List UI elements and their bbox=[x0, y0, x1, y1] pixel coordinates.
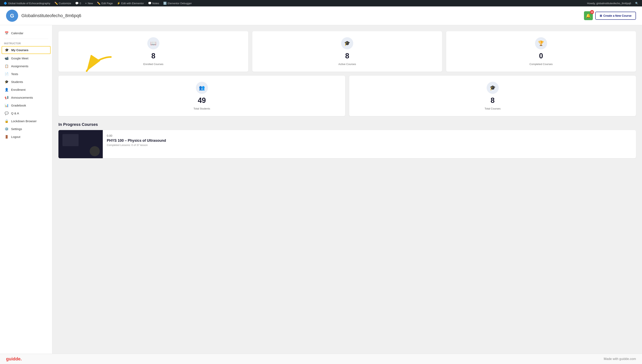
total-students-label: Total Students bbox=[193, 107, 210, 110]
total-students-icon: 👥 bbox=[199, 85, 205, 90]
course-info: 0.00 PHYS 100 – Physics of Ultrasound Co… bbox=[103, 130, 636, 158]
sidebar-item-settings[interactable]: ⚙️ Settings bbox=[0, 125, 52, 133]
sidebar-label-gradebook: Gradebook bbox=[11, 104, 26, 107]
completed-icon-circle: 🏆 bbox=[535, 37, 547, 49]
google-meet-icon: 📹 bbox=[5, 56, 9, 60]
sidebar-item-assignments[interactable]: 📋 Assignments bbox=[0, 62, 52, 70]
enrolled-number: 8 bbox=[151, 52, 155, 60]
in-progress-title: In Progress Courses bbox=[59, 122, 636, 127]
sidebar-label-enrollment: Enrollment bbox=[11, 88, 26, 92]
lockdown-browser-icon: 🔒 bbox=[5, 119, 9, 123]
enrolled-label: Enrolled Courses bbox=[143, 62, 163, 66]
sidebar-item-announcements[interactable]: 📢 Announcements bbox=[0, 94, 52, 102]
admin-bar-elementor[interactable]: ⚡ Edit with Elementor bbox=[115, 0, 146, 6]
course-subtitle: Completed Lessons: 0 of 37 lesson bbox=[107, 144, 632, 146]
sidebar-item-logout[interactable]: 🚪 Logout bbox=[0, 133, 52, 141]
sidebar-item-qa[interactable]: 💬 Q & A bbox=[0, 109, 52, 117]
completed-label: Completed Courses bbox=[530, 62, 553, 66]
debugger-icon: ℹ️ bbox=[163, 2, 167, 5]
sidebar-item-gradebook[interactable]: 📊 Gradebook bbox=[0, 102, 52, 109]
sidebar-label-lockdown-browser: Lockdown Browser bbox=[11, 120, 37, 123]
wp-icon: 🔷 bbox=[4, 2, 7, 5]
course-title: PHYS 100 – Physics of Ultrasound bbox=[107, 138, 632, 143]
total-courses-icon: 🎓 bbox=[490, 85, 496, 90]
guidde-logo: guidde. bbox=[6, 356, 22, 362]
edit-page-icon: ✏️ bbox=[97, 2, 100, 5]
notification-button[interactable]: 🔔 10 bbox=[584, 11, 593, 20]
admin-bar-comments[interactable]: 💬 0 bbox=[73, 0, 83, 6]
wp-admin-bar: 🔷 Global Institute of Echocardiography ✏… bbox=[0, 0, 642, 6]
header-left: G Globalinstituteofecho_8m6pq6 bbox=[6, 10, 81, 22]
customize-icon: ✏️ bbox=[54, 2, 58, 5]
calendar-icon: 📅 bbox=[5, 31, 9, 35]
header: G Globalinstituteofecho_8m6pq6 🔔 10 ⊞ Cr… bbox=[0, 6, 642, 25]
sidebar-item-enrollment[interactable]: 👤 Enrollment bbox=[0, 86, 52, 94]
logout-icon: 🚪 bbox=[5, 135, 9, 139]
sidebar-item-calendar[interactable]: 📅 Calendar bbox=[0, 29, 52, 37]
total-students-icon-circle: 👥 bbox=[196, 82, 208, 94]
sidebar-item-lockdown-browser[interactable]: 🔒 Lockdown Browser bbox=[0, 117, 52, 125]
announcements-icon: 📢 bbox=[5, 96, 9, 100]
stats-grid-bottom: 👥 49 Total Students 🎓 8 Total Courses bbox=[59, 76, 636, 116]
total-students-number: 49 bbox=[198, 96, 206, 105]
sidebar-label-settings: Settings bbox=[11, 127, 22, 131]
admin-bar-new[interactable]: + New bbox=[83, 0, 95, 6]
active-icon: 🎓 bbox=[344, 40, 350, 46]
stat-card-enrolled: 📖 8 Enrolled Courses bbox=[59, 31, 248, 72]
enrollment-icon: 👤 bbox=[5, 88, 9, 92]
active-icon-circle: 🎓 bbox=[341, 37, 353, 49]
sidebar-item-google-meet[interactable]: 📹 Google Meet bbox=[0, 54, 52, 62]
course-progress-value: 0.00 bbox=[107, 134, 632, 137]
course-thumbnail bbox=[59, 130, 103, 158]
qa-icon: 💬 bbox=[5, 111, 9, 115]
create-course-icon: ⊞ bbox=[600, 14, 602, 17]
stat-card-total-students: 👥 49 Total Students bbox=[59, 76, 345, 116]
active-number: 8 bbox=[345, 52, 349, 60]
admin-bar-elementor-debugger[interactable]: ℹ️ Elementor Debugger bbox=[161, 0, 194, 6]
total-courses-label: Total Courses bbox=[485, 107, 501, 110]
settings-icon: ⚙️ bbox=[5, 127, 9, 131]
stat-card-active: 🎓 8 Active Courses bbox=[252, 31, 442, 72]
sidebar-label-qa: Q & A bbox=[11, 112, 19, 115]
content-area: 📅 Calendar Instructor 🎓 My Courses 📹 Goo… bbox=[0, 25, 642, 354]
my-courses-icon: 🎓 bbox=[5, 48, 9, 52]
sidebar-label-my-courses: My Courses bbox=[11, 48, 29, 52]
sidebar-label-logout: Logout bbox=[11, 135, 20, 138]
new-icon: + bbox=[85, 2, 87, 5]
total-courses-icon-circle: 🎓 bbox=[487, 82, 499, 94]
enrolled-icon-circle: 📖 bbox=[147, 37, 159, 49]
page-wrapper: G Globalinstituteofecho_8m6pq6 🔔 10 ⊞ Cr… bbox=[0, 6, 642, 364]
stats-grid-top: 📖 8 Enrolled Courses 🎓 8 Active Courses … bbox=[59, 31, 636, 72]
sidebar-label-assignments: Assignments bbox=[11, 64, 29, 68]
sidebar-label-tests: Tests bbox=[11, 72, 18, 76]
footer-text: Made with guidde.com bbox=[604, 357, 636, 361]
create-course-button[interactable]: ⊞ Create a New Course bbox=[595, 12, 636, 20]
completed-number: 0 bbox=[539, 52, 543, 60]
sidebar-label-announcements: Announcements bbox=[11, 96, 33, 99]
active-label: Active Courses bbox=[338, 62, 356, 66]
sidebar-item-students[interactable]: 🎓 Students bbox=[0, 78, 52, 86]
admin-bar-customize[interactable]: ✏️ Customize bbox=[52, 0, 73, 6]
admin-bar-edit-page[interactable]: ✏️ Edit Page bbox=[95, 0, 115, 6]
footer: guidde. Made with guidde.com bbox=[0, 354, 642, 364]
howdy-text: Howdy, globalinstituteofecho_8m6pq6 bbox=[585, 2, 633, 5]
admin-bar-notes[interactable]: 💭 Notes bbox=[146, 0, 161, 6]
sidebar-item-my-courses[interactable]: 🎓 My Courses bbox=[2, 46, 51, 54]
avatar: G bbox=[6, 10, 18, 22]
assignments-icon: 📋 bbox=[5, 64, 9, 68]
main-content: 📖 8 Enrolled Courses 🎓 8 Active Courses … bbox=[52, 25, 642, 354]
enrolled-icon: 📖 bbox=[150, 40, 156, 46]
completed-icon: 🏆 bbox=[538, 40, 544, 46]
header-right: 🔔 10 ⊞ Create a New Course bbox=[584, 11, 636, 20]
admin-bar-search[interactable]: 🔍 bbox=[633, 2, 640, 5]
admin-bar-site[interactable]: 🔷 Global Institute of Echocardiography bbox=[2, 0, 52, 6]
sidebar: 📅 Calendar Instructor 🎓 My Courses 📹 Goo… bbox=[0, 25, 52, 354]
notification-badge: 10 bbox=[590, 10, 594, 14]
notes-icon: 💭 bbox=[148, 2, 151, 5]
gradebook-icon: 📊 bbox=[5, 104, 9, 107]
sidebar-label-students: Students bbox=[11, 80, 23, 84]
total-courses-number: 8 bbox=[490, 96, 494, 105]
admin-bar-right: Howdy, globalinstituteofecho_8m6pq6 🔍 bbox=[585, 2, 640, 5]
sidebar-item-tests[interactable]: 📄 Tests bbox=[0, 70, 52, 78]
comments-icon: 💬 bbox=[75, 2, 79, 5]
